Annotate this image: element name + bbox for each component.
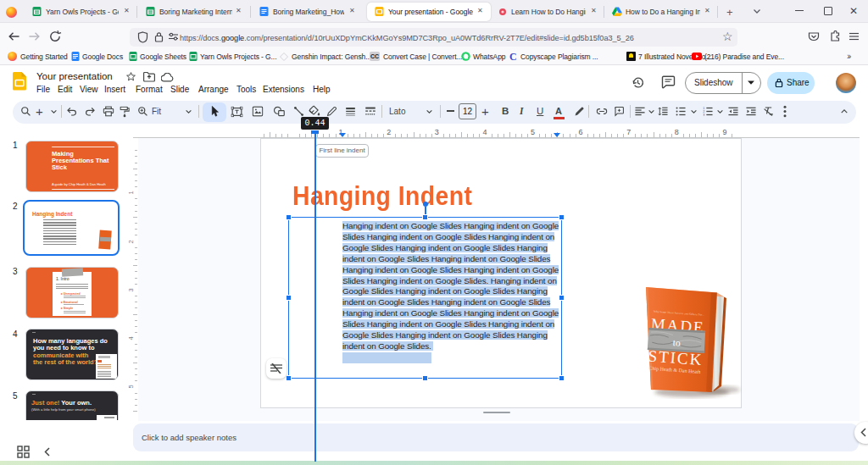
svg-text:to: to: [672, 337, 681, 348]
svg-text:3: 3: [703, 113, 704, 116]
